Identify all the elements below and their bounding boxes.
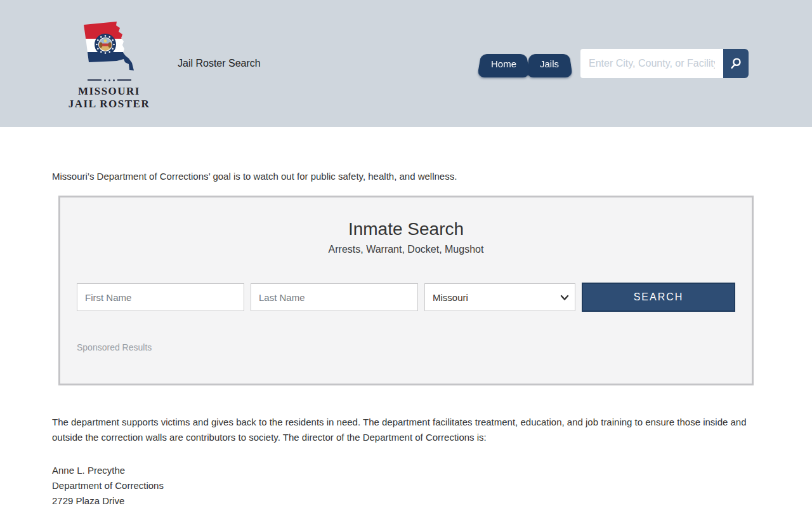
first-name-input[interactable] (77, 283, 244, 311)
nav-tab-jails[interactable]: Jails (526, 50, 573, 77)
facility-search-button[interactable] (723, 49, 749, 78)
nav-tab-home-label: Home (491, 58, 516, 69)
state-select-wrapper: Missouri (424, 283, 575, 312)
site-header: MISSOURI JAIL ROSTER Jail Roster Search … (0, 0, 812, 127)
main-navigation: Home Jails (477, 50, 573, 77)
main-content: Missouri’s Department of Corrections’ go… (52, 169, 760, 508)
last-name-input[interactable] (251, 283, 418, 311)
search-icon (729, 57, 743, 70)
nav-tab-home[interactable]: Home (477, 50, 530, 77)
contact-line-street: 2729 Plaza Drive (52, 493, 760, 508)
panel-title: Inmate Search (77, 219, 735, 239)
logo-title-line1: MISSOURI (78, 85, 140, 98)
logo-title-line2: JAIL ROSTER (69, 98, 150, 110)
inmate-search-form: Missouri SEARCH (77, 283, 735, 312)
nav-tab-jails-label: Jails (540, 58, 559, 69)
missouri-map-icon (79, 17, 140, 76)
inmate-search-panel: Inmate Search Arrests, Warrant, Docket, … (58, 196, 754, 385)
contact-line-director: Anne L. Precythe (52, 463, 760, 478)
logo-divider (88, 79, 131, 81)
search-submit-button[interactable]: SEARCH (582, 283, 735, 312)
sponsored-results-label: Sponsored Results (77, 342, 735, 352)
facility-search-input[interactable] (580, 49, 723, 78)
panel-subtitle: Arrests, Warrant, Docket, Mugshot (77, 244, 735, 255)
site-logo[interactable]: MISSOURI JAIL ROSTER (71, 17, 147, 110)
contact-block: Anne L. Precythe Department of Correctio… (52, 463, 760, 508)
contact-line-department: Department of Corrections (52, 478, 760, 493)
state-select[interactable]: Missouri (424, 283, 575, 311)
intro-text: Missouri’s Department of Corrections’ go… (52, 169, 760, 184)
site-title: Jail Roster Search (178, 58, 261, 69)
facility-search-bar (580, 49, 749, 78)
about-paragraph: The department supports victims and give… (52, 415, 760, 445)
